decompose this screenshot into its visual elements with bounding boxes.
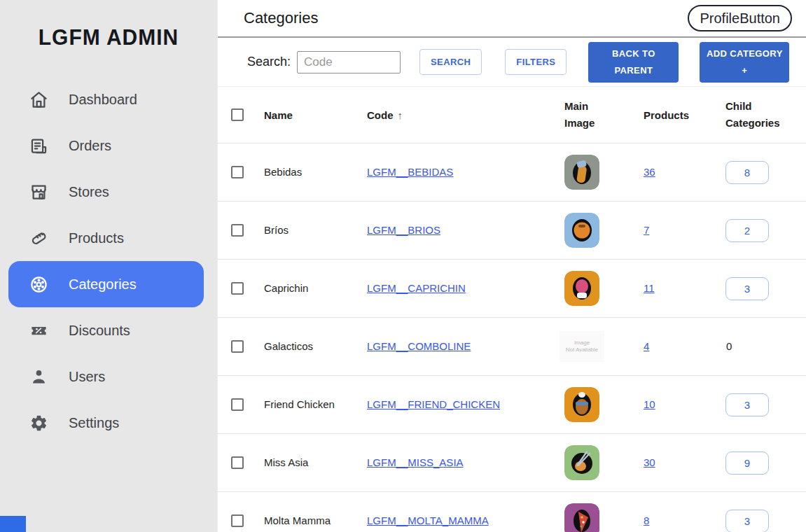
ticket-icon <box>29 321 48 340</box>
category-name: Friend Chicken <box>264 398 335 410</box>
table-header-row: Name Code↑ Main Image Products Child Cat… <box>218 87 806 144</box>
orders-icon <box>29 136 48 155</box>
page-title: Categories <box>244 9 318 27</box>
sidebar-item-products[interactable]: Products <box>0 215 217 261</box>
table-row: Molta Mamma LGFM__MOLTA_MAMMA 8 3 <box>218 492 806 532</box>
gear-icon <box>29 414 48 433</box>
column-header-main-image: Main Image <box>564 98 598 132</box>
products-count-link[interactable]: 11 <box>644 282 655 294</box>
category-name: Galacticos <box>264 340 313 352</box>
column-header-name: Name <box>264 109 367 121</box>
column-header-child-categories: Child Categories <box>725 98 787 132</box>
search-button[interactable]: SEARCH <box>419 49 482 75</box>
search-label: Search: <box>247 55 291 69</box>
category-code-link[interactable]: LGFM__CAPRICHIN <box>367 282 466 294</box>
sidebar-item-orders[interactable]: Orders <box>0 122 217 169</box>
add-category-button[interactable]: ADD CATEGORY + <box>700 42 789 83</box>
child-categories-count[interactable]: 3 <box>725 277 769 300</box>
row-checkbox[interactable] <box>231 398 244 411</box>
donut-icon <box>29 275 48 294</box>
child-categories-count: 0 <box>725 340 732 352</box>
products-count-link[interactable]: 8 <box>644 514 649 526</box>
sidebar-item-label: Dashboard <box>69 92 137 108</box>
category-image <box>564 387 599 422</box>
row-checkbox[interactable] <box>231 224 244 237</box>
sidebar-nav: Dashboard Orders Stores Products <box>0 76 217 446</box>
row-checkbox[interactable] <box>231 166 244 178</box>
products-count-link[interactable]: 10 <box>644 398 655 410</box>
profile-button[interactable]: ProfileButton <box>688 5 792 31</box>
child-categories-count[interactable]: 3 <box>725 510 769 532</box>
category-name: Miss Asia <box>264 456 308 468</box>
category-code-link[interactable]: LGFM__MISS_ASIA <box>367 456 464 468</box>
filters-button[interactable]: FILTERS <box>505 49 567 75</box>
bread-icon <box>29 229 48 248</box>
app-window: LGFM ADMIN Dashboard Orders Stores <box>0 0 806 532</box>
category-image <box>564 213 599 248</box>
child-categories-count[interactable]: 3 <box>725 393 769 416</box>
sort-asc-icon: ↑ <box>398 109 403 121</box>
category-name: Molta Mamma <box>264 514 331 526</box>
child-categories-count[interactable]: 8 <box>725 161 769 184</box>
table-row: Bríos LGFM__BRIOS 7 2 <box>218 202 806 260</box>
table-row: Bebidas LGFM__BEBIDAS 36 8 <box>218 144 806 202</box>
products-count-link[interactable]: 30 <box>644 456 655 468</box>
table-row: Miss Asia LGFM__MISS_ASIA 30 9 <box>218 434 806 492</box>
sidebar-item-label: Products <box>69 230 124 246</box>
app-logo: LGFM ADMIN <box>0 24 217 50</box>
category-code-link[interactable]: LGFM__MOLTA_MAMMA <box>367 514 489 526</box>
sidebar-item-label: Discounts <box>69 323 130 339</box>
toolbar: Search: SEARCH FILTERS BACK TO PARENT AD… <box>218 38 806 87</box>
child-categories-count[interactable]: 9 <box>725 451 769 475</box>
category-image <box>564 155 599 190</box>
row-checkbox[interactable] <box>231 282 244 295</box>
row-checkbox[interactable] <box>231 514 244 527</box>
sidebar: LGFM ADMIN Dashboard Orders Stores <box>0 0 217 532</box>
categories-table: Name Code↑ Main Image Products Child Cat… <box>218 87 806 532</box>
store-icon <box>29 183 48 202</box>
sidebar-item-label: Categories <box>69 276 137 293</box>
products-count-link[interactable]: 7 <box>644 224 649 236</box>
products-count-link[interactable]: 36 <box>644 166 655 178</box>
category-image <box>564 503 599 532</box>
back-to-parent-button[interactable]: BACK TO PARENT <box>588 42 679 83</box>
child-categories-count[interactable]: 2 <box>725 219 769 242</box>
sidebar-item-settings[interactable]: Settings <box>0 400 217 446</box>
sidebar-item-label: Orders <box>69 138 111 154</box>
products-count-link[interactable]: 4 <box>644 340 649 352</box>
category-name: Caprichin <box>264 282 308 294</box>
sidebar-item-stores[interactable]: Stores <box>0 169 217 215</box>
sidebar-item-label: Users <box>69 369 105 385</box>
category-code-link[interactable]: LGFM__BEBIDAS <box>367 166 453 178</box>
search-input[interactable] <box>297 51 401 74</box>
table-row: Caprichin LGFM__CAPRICHIN 11 3 <box>218 260 806 318</box>
column-header-code[interactable]: Code↑ <box>367 109 564 121</box>
sidebar-item-label: Settings <box>69 415 119 431</box>
home-icon <box>29 90 48 109</box>
category-code-link[interactable]: LGFM__BRIOS <box>367 224 440 236</box>
bottom-left-accent <box>0 516 26 532</box>
category-name: Bríos <box>264 224 289 236</box>
page-header: Categories ProfileButton <box>218 0 806 38</box>
row-checkbox[interactable] <box>231 340 244 353</box>
main-content: Categories ProfileButton Search: SEARCH … <box>217 0 806 532</box>
sidebar-item-discounts[interactable]: Discounts <box>0 307 217 354</box>
select-all-checkbox[interactable] <box>231 108 244 121</box>
row-checkbox[interactable] <box>231 456 244 469</box>
user-icon <box>29 368 48 386</box>
category-code-link[interactable]: LGFM__COMBOLINE <box>367 340 471 352</box>
category-code-link[interactable]: LGFM__FRIEND_CHICKEN <box>367 398 500 410</box>
sidebar-item-dashboard[interactable]: Dashboard <box>0 76 217 122</box>
image-not-available-placeholder: Image Not Available <box>560 331 604 362</box>
sidebar-item-users[interactable]: Users <box>0 354 217 400</box>
column-header-products: Products <box>644 109 725 121</box>
category-name: Bebidas <box>264 166 302 178</box>
sidebar-item-categories[interactable]: Categories <box>8 261 204 307</box>
category-image <box>564 445 599 480</box>
table-row: Galacticos LGFM__COMBOLINE Image Not Ava… <box>218 318 806 376</box>
category-image <box>564 271 599 306</box>
sidebar-item-label: Stores <box>69 184 109 200</box>
table-row: Friend Chicken LGFM__FRIEND_CHICKEN 10 3 <box>218 376 806 434</box>
